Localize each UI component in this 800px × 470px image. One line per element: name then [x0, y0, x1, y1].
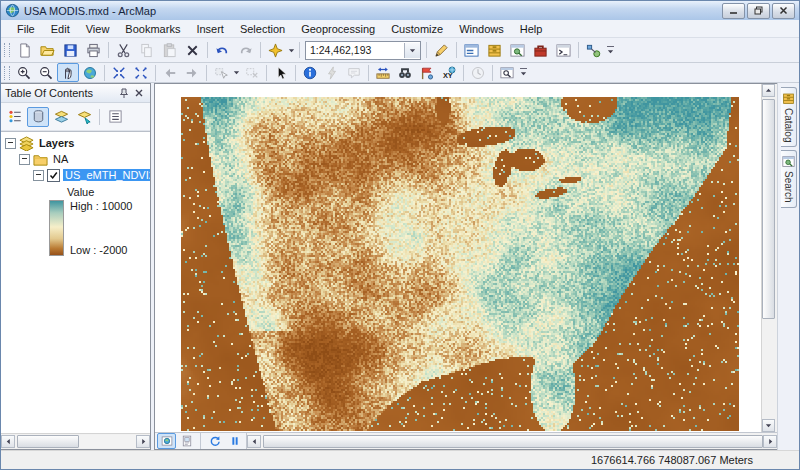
group-label[interactable]: NA — [51, 153, 70, 165]
zoom-out-button[interactable] — [35, 63, 57, 82]
table-of-contents-button[interactable] — [460, 40, 483, 61]
collapse-icon[interactable] — [33, 170, 44, 181]
list-by-source-button[interactable] — [27, 107, 49, 127]
dock-tab-catalog[interactable]: Catalog — [781, 87, 797, 147]
toolbar-overflow-button[interactable] — [605, 41, 616, 60]
ndvi-raster-map[interactable] — [181, 97, 739, 431]
select-features-dropdown[interactable] — [232, 63, 241, 82]
fixed-zoom-out-button[interactable] — [130, 63, 152, 82]
scroll-up-icon[interactable] — [762, 84, 775, 97]
redo-button[interactable] — [234, 40, 257, 61]
scroll-left-icon[interactable] — [247, 435, 261, 448]
new-document-button[interactable] — [13, 40, 36, 61]
map-vertical-scrollbar[interactable] — [761, 84, 777, 432]
add-data-dropdown[interactable] — [287, 41, 296, 60]
search-window-icon — [510, 43, 525, 58]
catalog-window-button[interactable] — [483, 40, 506, 61]
delete-button[interactable] — [181, 40, 204, 61]
map-view[interactable] — [155, 84, 777, 432]
zoom-in-button[interactable] — [13, 63, 35, 82]
layer-visibility-checkbox[interactable] — [47, 169, 60, 182]
toc-horizontal-scrollbar[interactable] — [1, 433, 150, 449]
hyperlink-button[interactable] — [321, 63, 343, 82]
menu-file[interactable]: File — [9, 22, 43, 36]
menu-windows[interactable]: Windows — [451, 22, 512, 36]
collapse-icon[interactable] — [19, 154, 30, 165]
menu-view[interactable]: View — [78, 22, 118, 36]
find-route-button[interactable] — [416, 63, 438, 82]
refresh-icon — [209, 435, 221, 447]
cut-button[interactable] — [112, 40, 135, 61]
pin-icon[interactable] — [116, 86, 131, 100]
toolbar-grip[interactable] — [4, 43, 10, 57]
select-elements-button[interactable] — [270, 63, 292, 82]
layers-root-label[interactable]: Layers — [37, 137, 76, 149]
menu-insert[interactable]: Insert — [188, 22, 232, 36]
save-button[interactable] — [59, 40, 82, 61]
full-extent-button[interactable] — [79, 63, 101, 82]
print-button[interactable] — [82, 40, 105, 61]
paste-button[interactable] — [158, 40, 181, 61]
undo-button[interactable] — [211, 40, 234, 61]
layer-name-label[interactable]: US_eMTH_NDVI2016. — [63, 169, 150, 181]
tree-node-layers[interactable]: Layers — [1, 135, 150, 151]
pan-icon — [61, 66, 75, 80]
map-horizontal-scrollbar[interactable] — [247, 433, 777, 449]
back-button[interactable] — [159, 63, 181, 82]
toc-close-icon[interactable] — [131, 86, 146, 100]
forward-icon — [185, 66, 199, 80]
scroll-right-icon[interactable] — [136, 435, 150, 448]
collapse-icon[interactable] — [5, 138, 16, 149]
map-scale-value[interactable]: 1:24,462,193 — [306, 44, 404, 56]
chevron-down-icon[interactable] — [404, 43, 420, 58]
minimize-button[interactable] — [722, 3, 745, 19]
python-window-button[interactable] — [552, 40, 575, 61]
close-button[interactable] — [772, 3, 795, 19]
menu-help[interactable]: Help — [512, 22, 551, 36]
menu-geoprocessing[interactable]: Geoprocessing — [293, 22, 383, 36]
arctoolbox-button[interactable] — [529, 40, 552, 61]
viewer-window-icon — [500, 66, 514, 80]
scroll-right-icon[interactable] — [763, 435, 777, 448]
menu-bookmarks[interactable]: Bookmarks — [117, 22, 188, 36]
tree-node-layer[interactable]: US_eMTH_NDVI2016. — [1, 167, 150, 183]
add-data-button[interactable] — [264, 40, 287, 61]
copy-button[interactable] — [135, 40, 158, 61]
measure-button[interactable] — [372, 63, 394, 82]
menu-selection[interactable]: Selection — [232, 22, 293, 36]
model-builder-button[interactable] — [582, 40, 605, 61]
refresh-button[interactable] — [205, 433, 224, 449]
clear-selection-button[interactable] — [241, 63, 263, 82]
toc-options-button[interactable] — [104, 107, 126, 127]
scroll-left-icon[interactable] — [1, 435, 15, 448]
data-view-button[interactable] — [157, 433, 176, 449]
list-by-visibility-button[interactable] — [50, 107, 72, 127]
fixed-zoom-in-button[interactable] — [108, 63, 130, 82]
scroll-down-icon[interactable] — [762, 419, 775, 432]
search-window-button[interactable] — [506, 40, 529, 61]
forward-button[interactable] — [181, 63, 203, 82]
map-scale-combo[interactable]: 1:24,462,193 — [305, 41, 421, 60]
find-button[interactable] — [394, 63, 416, 82]
time-slider-button[interactable] — [467, 63, 489, 82]
menu-edit[interactable]: Edit — [43, 22, 78, 36]
pan-button[interactable] — [57, 63, 79, 82]
restore-button[interactable] — [747, 3, 770, 19]
toolbar-overflow-button[interactable] — [518, 63, 529, 82]
dock-tab-search[interactable]: Search — [781, 150, 797, 208]
open-icon — [40, 43, 55, 58]
pause-button[interactable] — [225, 433, 244, 449]
editor-button[interactable] — [430, 40, 453, 61]
select-features-button[interactable] — [210, 63, 232, 82]
tree-node-group[interactable]: NA — [1, 151, 150, 167]
list-by-selection-button[interactable] — [73, 107, 95, 127]
viewer-window-button[interactable] — [496, 63, 518, 82]
toolbar-grip[interactable] — [4, 66, 10, 80]
html-popup-button[interactable] — [343, 63, 365, 82]
open-button[interactable] — [36, 40, 59, 61]
identify-button[interactable] — [299, 63, 321, 82]
list-by-drawing-order-button[interactable] — [4, 107, 26, 127]
menu-customize[interactable]: Customize — [383, 22, 451, 36]
go-to-xy-button[interactable]: XY — [438, 63, 460, 82]
layout-view-button[interactable] — [177, 433, 196, 449]
